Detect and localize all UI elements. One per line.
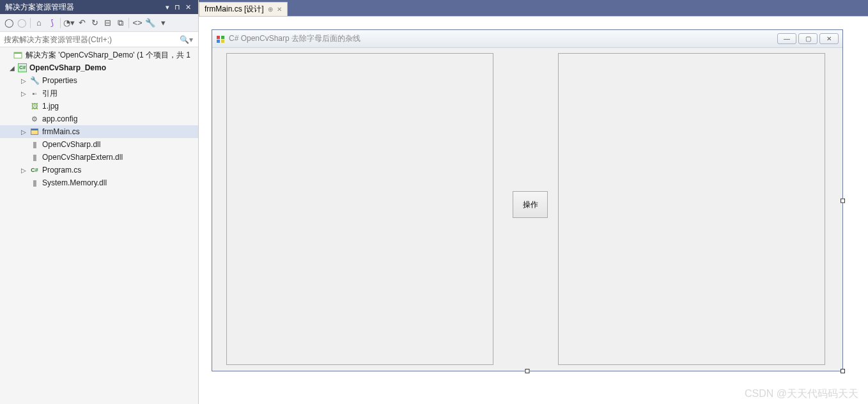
form-body[interactable]: 操作 <box>212 48 842 371</box>
tree-item-properties[interactable]: ▷ 🔧 Properties <box>0 74 198 87</box>
csharp-file-icon: C# <box>29 165 40 175</box>
refresh-icon[interactable]: ↻ <box>89 17 100 29</box>
form-file-icon <box>29 127 40 137</box>
dll-file-icon: ||| <box>29 152 40 162</box>
chevron-right-icon[interactable]: ▷ <box>19 128 28 136</box>
panel-pin-icon[interactable]: ⊓ <box>173 3 182 12</box>
more-icon[interactable]: ▾ <box>157 17 169 29</box>
image-file-icon: 🖼 <box>29 101 40 111</box>
tab-bar: frmMain.cs [设计] ⊕ ✕ <box>199 0 868 16</box>
chevron-right-icon[interactable]: ▷ <box>19 167 28 174</box>
tree-item-opencvsharp-dll[interactable]: ||| OpenCvSharp.dll <box>0 138 198 151</box>
references-icon: ▪▫ <box>29 88 40 98</box>
svg-rect-4 <box>217 40 220 43</box>
tree-item-appconfig[interactable]: ⚙ app.config <box>0 113 198 125</box>
form-title: C# OpenCvSharp 去除字母后面的杂线 <box>229 33 360 44</box>
tree-item-references[interactable]: ▷ ▪▫ 引用 <box>0 87 198 100</box>
tree-item-opencvsharpextern-dll[interactable]: ||| OpenCvSharpExtern.dll <box>0 151 198 164</box>
explorer-toolbar: ◯ ◯ ⌂ ⟆ ◔▾ ↶ ↻ ⊟ ⧉ <> 🔧 ▾ <box>0 14 198 32</box>
tree-item-program[interactable]: ▷ C# Program.cs <box>0 164 198 176</box>
picturebox-right[interactable] <box>558 53 825 365</box>
svg-rect-3 <box>221 36 224 39</box>
sync-icon[interactable]: ⟆ <box>46 17 58 29</box>
tab-label: frmMain.cs [设计] <box>205 4 264 15</box>
document-area: frmMain.cs [设计] ⊕ ✕ C# OpenCvSharp 去除字母后… <box>199 0 868 404</box>
undo-icon[interactable]: ↶ <box>76 17 88 29</box>
panel-header: 解决方案资源管理器 ▾ ⊓ ✕ <box>0 0 198 14</box>
svg-rect-5 <box>221 40 224 43</box>
config-file-icon: ⚙ <box>29 114 40 124</box>
collapse-icon[interactable]: ⊟ <box>102 17 113 29</box>
action-button[interactable]: 操作 <box>513 191 548 218</box>
tab-close-icon[interactable]: ✕ <box>277 6 282 13</box>
project-node[interactable]: ◢ C# OpenCvSharp_Demo <box>0 61 198 74</box>
solution-icon <box>13 50 23 60</box>
panel-title: 解决方案资源管理器 <box>5 2 74 13</box>
maximize-button[interactable]: ▢ <box>798 33 818 44</box>
close-button[interactable]: ✕ <box>819 33 839 44</box>
resize-handle-right[interactable] <box>841 198 845 203</box>
search-icon[interactable]: 🔍▾ <box>177 35 196 44</box>
solution-explorer-panel: 解决方案资源管理器 ▾ ⊓ ✕ ◯ ◯ ⌂ ⟆ ◔▾ ↶ ↻ ⊟ ⧉ <> 🔧 … <box>0 0 199 404</box>
panel-dropdown-icon[interactable]: ▾ <box>164 3 171 12</box>
show-all-icon[interactable]: ⧉ <box>114 17 126 29</box>
form-app-icon <box>216 35 225 43</box>
svg-rect-2 <box>217 36 220 39</box>
designer-surface[interactable]: C# OpenCvSharp 去除字母后面的杂线 — ▢ ✕ 操作 <box>199 16 868 404</box>
dll-file-icon: ||| <box>29 139 40 150</box>
tree-item-systemmemory-dll[interactable]: ||| System.Memory.dll <box>0 176 198 189</box>
resize-handle-bottom[interactable] <box>525 369 530 373</box>
home-icon[interactable]: ⌂ <box>33 17 45 29</box>
tab-pin-icon[interactable]: ⊕ <box>268 6 273 13</box>
minimize-button[interactable]: — <box>777 33 796 44</box>
solution-tree: 解决方案 'OpenCvSharp_Demo' (1 个项目，共 1 ◢ C# … <box>0 47 198 404</box>
search-input[interactable] <box>3 34 177 45</box>
tree-item-image[interactable]: 🖼 1.jpg <box>0 100 198 113</box>
tab-frmmain-design[interactable]: frmMain.cs [设计] ⊕ ✕ <box>199 2 288 16</box>
properties-icon[interactable]: 🔧 <box>144 17 156 29</box>
solution-label: 解决方案 'OpenCvSharp_Demo' (1 个项目，共 1 <box>26 50 190 61</box>
chevron-right-icon[interactable]: ▷ <box>19 90 28 97</box>
svg-rect-1 <box>14 52 22 54</box>
panel-close-icon[interactable]: ✕ <box>183 3 193 12</box>
csharp-project-icon: C# <box>18 63 27 72</box>
project-label: OpenCvSharp_Demo <box>29 63 106 72</box>
tree-item-frmmain[interactable]: ▷ frmMain.cs <box>0 125 198 138</box>
code-icon[interactable]: <> <box>132 17 143 29</box>
resize-handle-corner[interactable] <box>841 369 845 373</box>
wrench-icon: 🔧 <box>29 75 40 86</box>
nav-back-icon[interactable]: ◯ <box>3 17 15 29</box>
dll-file-icon: ||| <box>29 178 40 188</box>
picturebox-left[interactable] <box>226 53 493 365</box>
chevron-down-icon[interactable]: ◢ <box>8 65 17 72</box>
solution-node[interactable]: 解决方案 'OpenCvSharp_Demo' (1 个项目，共 1 <box>0 49 198 61</box>
form-titlebar: C# OpenCvSharp 去除字母后面的杂线 — ▢ ✕ <box>212 30 842 48</box>
form-window[interactable]: C# OpenCvSharp 去除字母后面的杂线 — ▢ ✕ 操作 <box>212 29 843 371</box>
search-box: 🔍▾ <box>0 32 198 47</box>
nav-forward-icon[interactable]: ◯ <box>16 17 27 29</box>
chevron-right-icon[interactable]: ▷ <box>19 77 28 84</box>
scope-icon[interactable]: ◔▾ <box>63 17 75 29</box>
